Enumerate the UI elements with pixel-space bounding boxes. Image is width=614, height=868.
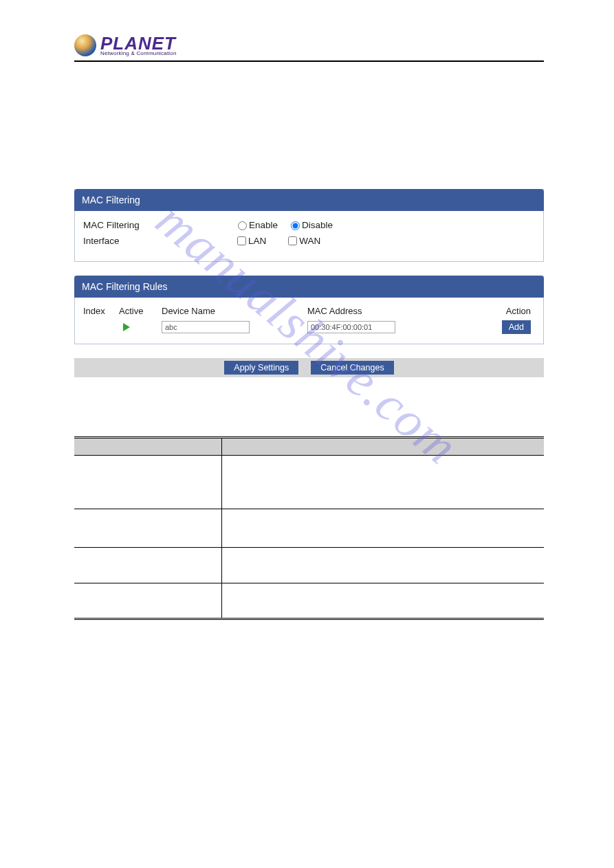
rules-header-row: Index Active Device Name MAC Address Act…	[83, 306, 535, 316]
col-active-header: Active	[119, 306, 162, 316]
device-name-input[interactable]	[162, 321, 250, 333]
logo-orb-icon	[74, 34, 96, 56]
doc-table-row	[74, 583, 544, 619]
mac-address-input[interactable]	[307, 321, 395, 333]
interface-label: Interface	[83, 236, 234, 246]
config-screenshot: MAC Filtering MAC Filtering Enable Disab…	[74, 189, 544, 377]
col-mac-header: MAC Address	[307, 306, 457, 316]
mac-filtering-row: MAC Filtering Enable Disable	[83, 219, 535, 230]
doc-parameter-table	[74, 436, 544, 620]
mac-filtering-disable-radio[interactable]	[291, 221, 300, 230]
mac-filtering-label: MAC Filtering	[83, 220, 234, 230]
add-button[interactable]: Add	[502, 320, 531, 334]
col-index-header: Index	[83, 306, 119, 316]
table-row: Add	[83, 320, 535, 334]
mac-filtering-disable-option[interactable]: Disable	[287, 219, 333, 230]
doc-table-header-description	[221, 438, 544, 456]
col-device-header: Device Name	[162, 306, 307, 316]
doc-table-row	[74, 509, 544, 548]
doc-table-row	[74, 456, 544, 509]
interface-wan-checkbox[interactable]	[288, 236, 297, 245]
mac-filtering-panel: MAC Filtering MAC Filtering Enable Disab…	[74, 189, 544, 262]
disable-label: Disable	[302, 220, 333, 230]
doc-table-header-row	[74, 438, 544, 456]
apply-settings-button[interactable]: Apply Settings	[224, 361, 298, 375]
doc-table-row	[74, 548, 544, 583]
logo-tagline: Networking & Communication	[100, 51, 177, 56]
mac-filtering-panel-title: MAC Filtering	[74, 189, 544, 211]
col-action-header: Action	[457, 306, 535, 316]
enable-label: Enable	[249, 220, 278, 230]
mac-filtering-enable-option[interactable]: Enable	[234, 219, 278, 230]
interface-row: Interface LAN WAN	[83, 234, 535, 247]
active-play-icon[interactable]	[123, 323, 130, 331]
page-header: PLANET Networking & Communication	[74, 34, 544, 62]
mac-filtering-enable-radio[interactable]	[238, 221, 247, 230]
wan-label: WAN	[299, 236, 320, 246]
mac-rules-panel-title: MAC Filtering Rules	[74, 276, 544, 298]
interface-wan-option[interactable]: WAN	[285, 234, 320, 247]
lan-label: LAN	[248, 236, 266, 246]
interface-lan-option[interactable]: LAN	[234, 234, 266, 247]
doc-table-header-object	[74, 438, 221, 456]
action-bar: Apply Settings Cancel Changes	[74, 358, 544, 377]
logo-text: PLANET Networking & Communication	[100, 34, 177, 56]
mac-rules-panel: MAC Filtering Rules Index Active Device …	[74, 276, 544, 344]
cancel-changes-button[interactable]: Cancel Changes	[311, 361, 393, 375]
interface-lan-checkbox[interactable]	[237, 236, 246, 245]
